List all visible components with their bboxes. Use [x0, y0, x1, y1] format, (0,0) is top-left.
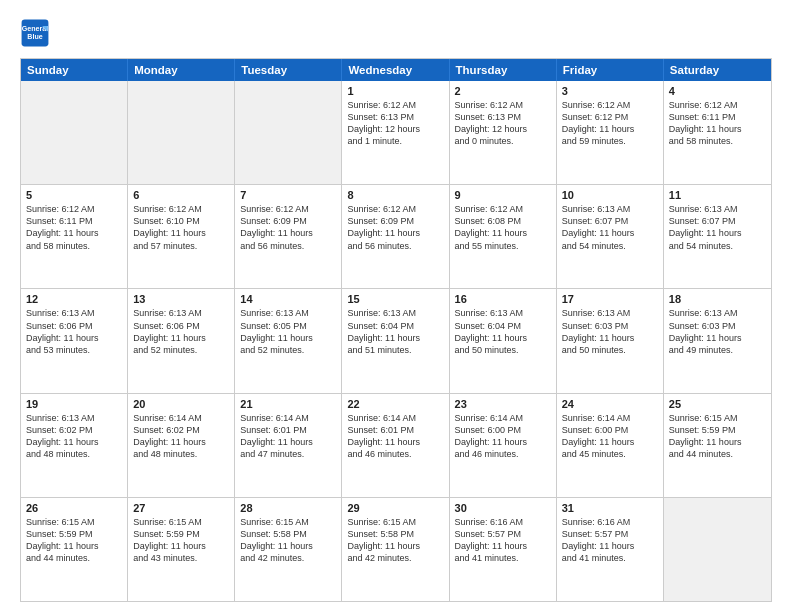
day-info: Sunrise: 6:12 AM Sunset: 6:13 PM Dayligh… — [455, 99, 551, 148]
day-number: 16 — [455, 293, 551, 305]
day-cell-6: 6Sunrise: 6:12 AM Sunset: 6:10 PM Daylig… — [128, 185, 235, 288]
day-info: Sunrise: 6:14 AM Sunset: 6:00 PM Dayligh… — [562, 412, 658, 461]
day-cell-18: 18Sunrise: 6:13 AM Sunset: 6:03 PM Dayli… — [664, 289, 771, 392]
day-cell-28: 28Sunrise: 6:15 AM Sunset: 5:58 PM Dayli… — [235, 498, 342, 601]
day-cell-1: 1Sunrise: 6:12 AM Sunset: 6:13 PM Daylig… — [342, 81, 449, 184]
day-cell-26: 26Sunrise: 6:15 AM Sunset: 5:59 PM Dayli… — [21, 498, 128, 601]
day-number: 1 — [347, 85, 443, 97]
day-info: Sunrise: 6:12 AM Sunset: 6:11 PM Dayligh… — [669, 99, 766, 148]
calendar-row-4: 26Sunrise: 6:15 AM Sunset: 5:59 PM Dayli… — [21, 497, 771, 601]
day-cell-14: 14Sunrise: 6:13 AM Sunset: 6:05 PM Dayli… — [235, 289, 342, 392]
day-info: Sunrise: 6:13 AM Sunset: 6:07 PM Dayligh… — [669, 203, 766, 252]
day-number: 13 — [133, 293, 229, 305]
svg-text:General: General — [22, 25, 48, 33]
day-info: Sunrise: 6:12 AM Sunset: 6:08 PM Dayligh… — [455, 203, 551, 252]
day-info: Sunrise: 6:12 AM Sunset: 6:12 PM Dayligh… — [562, 99, 658, 148]
day-info: Sunrise: 6:15 AM Sunset: 5:59 PM Dayligh… — [133, 516, 229, 565]
day-info: Sunrise: 6:13 AM Sunset: 6:03 PM Dayligh… — [562, 307, 658, 356]
day-number: 28 — [240, 502, 336, 514]
day-number: 23 — [455, 398, 551, 410]
day-cell-4: 4Sunrise: 6:12 AM Sunset: 6:11 PM Daylig… — [664, 81, 771, 184]
day-cell-27: 27Sunrise: 6:15 AM Sunset: 5:59 PM Dayli… — [128, 498, 235, 601]
day-info: Sunrise: 6:15 AM Sunset: 5:58 PM Dayligh… — [240, 516, 336, 565]
day-cell-31: 31Sunrise: 6:16 AM Sunset: 5:57 PM Dayli… — [557, 498, 664, 601]
header-day-tuesday: Tuesday — [235, 59, 342, 81]
day-info: Sunrise: 6:16 AM Sunset: 5:57 PM Dayligh… — [455, 516, 551, 565]
logo: General Blue — [20, 18, 54, 48]
day-info: Sunrise: 6:13 AM Sunset: 6:04 PM Dayligh… — [347, 307, 443, 356]
day-info: Sunrise: 6:14 AM Sunset: 6:01 PM Dayligh… — [240, 412, 336, 461]
header-day-wednesday: Wednesday — [342, 59, 449, 81]
calendar: SundayMondayTuesdayWednesdayThursdayFrid… — [20, 58, 772, 602]
day-number: 18 — [669, 293, 766, 305]
day-cell-15: 15Sunrise: 6:13 AM Sunset: 6:04 PM Dayli… — [342, 289, 449, 392]
day-number: 26 — [26, 502, 122, 514]
day-info: Sunrise: 6:13 AM Sunset: 6:06 PM Dayligh… — [26, 307, 122, 356]
day-number: 7 — [240, 189, 336, 201]
day-info: Sunrise: 6:12 AM Sunset: 6:09 PM Dayligh… — [347, 203, 443, 252]
day-number: 11 — [669, 189, 766, 201]
day-number: 3 — [562, 85, 658, 97]
empty-cell-0-1 — [128, 81, 235, 184]
calendar-body: 1Sunrise: 6:12 AM Sunset: 6:13 PM Daylig… — [21, 81, 771, 601]
day-cell-13: 13Sunrise: 6:13 AM Sunset: 6:06 PM Dayli… — [128, 289, 235, 392]
day-info: Sunrise: 6:15 AM Sunset: 5:59 PM Dayligh… — [669, 412, 766, 461]
calendar-row-1: 5Sunrise: 6:12 AM Sunset: 6:11 PM Daylig… — [21, 184, 771, 288]
empty-cell-0-0 — [21, 81, 128, 184]
day-cell-10: 10Sunrise: 6:13 AM Sunset: 6:07 PM Dayli… — [557, 185, 664, 288]
day-cell-25: 25Sunrise: 6:15 AM Sunset: 5:59 PM Dayli… — [664, 394, 771, 497]
svg-text:Blue: Blue — [27, 33, 42, 41]
day-info: Sunrise: 6:15 AM Sunset: 5:59 PM Dayligh… — [26, 516, 122, 565]
calendar-row-0: 1Sunrise: 6:12 AM Sunset: 6:13 PM Daylig… — [21, 81, 771, 184]
day-cell-20: 20Sunrise: 6:14 AM Sunset: 6:02 PM Dayli… — [128, 394, 235, 497]
day-cell-30: 30Sunrise: 6:16 AM Sunset: 5:57 PM Dayli… — [450, 498, 557, 601]
day-info: Sunrise: 6:12 AM Sunset: 6:09 PM Dayligh… — [240, 203, 336, 252]
day-cell-16: 16Sunrise: 6:13 AM Sunset: 6:04 PM Dayli… — [450, 289, 557, 392]
empty-cell-4-6 — [664, 498, 771, 601]
day-number: 29 — [347, 502, 443, 514]
day-cell-2: 2Sunrise: 6:12 AM Sunset: 6:13 PM Daylig… — [450, 81, 557, 184]
day-number: 17 — [562, 293, 658, 305]
day-info: Sunrise: 6:13 AM Sunset: 6:05 PM Dayligh… — [240, 307, 336, 356]
day-number: 6 — [133, 189, 229, 201]
calendar-row-2: 12Sunrise: 6:13 AM Sunset: 6:06 PM Dayli… — [21, 288, 771, 392]
day-cell-3: 3Sunrise: 6:12 AM Sunset: 6:12 PM Daylig… — [557, 81, 664, 184]
day-info: Sunrise: 6:13 AM Sunset: 6:02 PM Dayligh… — [26, 412, 122, 461]
day-number: 20 — [133, 398, 229, 410]
calendar-header: SundayMondayTuesdayWednesdayThursdayFrid… — [21, 59, 771, 81]
day-number: 9 — [455, 189, 551, 201]
day-number: 12 — [26, 293, 122, 305]
day-info: Sunrise: 6:12 AM Sunset: 6:10 PM Dayligh… — [133, 203, 229, 252]
calendar-row-3: 19Sunrise: 6:13 AM Sunset: 6:02 PM Dayli… — [21, 393, 771, 497]
day-cell-8: 8Sunrise: 6:12 AM Sunset: 6:09 PM Daylig… — [342, 185, 449, 288]
day-number: 2 — [455, 85, 551, 97]
day-cell-23: 23Sunrise: 6:14 AM Sunset: 6:00 PM Dayli… — [450, 394, 557, 497]
day-cell-9: 9Sunrise: 6:12 AM Sunset: 6:08 PM Daylig… — [450, 185, 557, 288]
empty-cell-0-2 — [235, 81, 342, 184]
day-number: 4 — [669, 85, 766, 97]
day-cell-21: 21Sunrise: 6:14 AM Sunset: 6:01 PM Dayli… — [235, 394, 342, 497]
day-cell-29: 29Sunrise: 6:15 AM Sunset: 5:58 PM Dayli… — [342, 498, 449, 601]
day-info: Sunrise: 6:13 AM Sunset: 6:06 PM Dayligh… — [133, 307, 229, 356]
day-cell-12: 12Sunrise: 6:13 AM Sunset: 6:06 PM Dayli… — [21, 289, 128, 392]
day-number: 27 — [133, 502, 229, 514]
day-number: 24 — [562, 398, 658, 410]
day-info: Sunrise: 6:13 AM Sunset: 6:04 PM Dayligh… — [455, 307, 551, 356]
day-number: 8 — [347, 189, 443, 201]
day-cell-7: 7Sunrise: 6:12 AM Sunset: 6:09 PM Daylig… — [235, 185, 342, 288]
day-number: 21 — [240, 398, 336, 410]
header: General Blue — [20, 18, 772, 48]
day-cell-22: 22Sunrise: 6:14 AM Sunset: 6:01 PM Dayli… — [342, 394, 449, 497]
day-info: Sunrise: 6:15 AM Sunset: 5:58 PM Dayligh… — [347, 516, 443, 565]
day-cell-5: 5Sunrise: 6:12 AM Sunset: 6:11 PM Daylig… — [21, 185, 128, 288]
day-number: 31 — [562, 502, 658, 514]
day-info: Sunrise: 6:14 AM Sunset: 6:01 PM Dayligh… — [347, 412, 443, 461]
header-day-monday: Monday — [128, 59, 235, 81]
day-number: 19 — [26, 398, 122, 410]
calendar-page: General Blue SundayMondayTuesdayWednesda… — [0, 0, 792, 612]
day-cell-24: 24Sunrise: 6:14 AM Sunset: 6:00 PM Dayli… — [557, 394, 664, 497]
day-number: 15 — [347, 293, 443, 305]
day-info: Sunrise: 6:16 AM Sunset: 5:57 PM Dayligh… — [562, 516, 658, 565]
day-number: 5 — [26, 189, 122, 201]
day-number: 30 — [455, 502, 551, 514]
